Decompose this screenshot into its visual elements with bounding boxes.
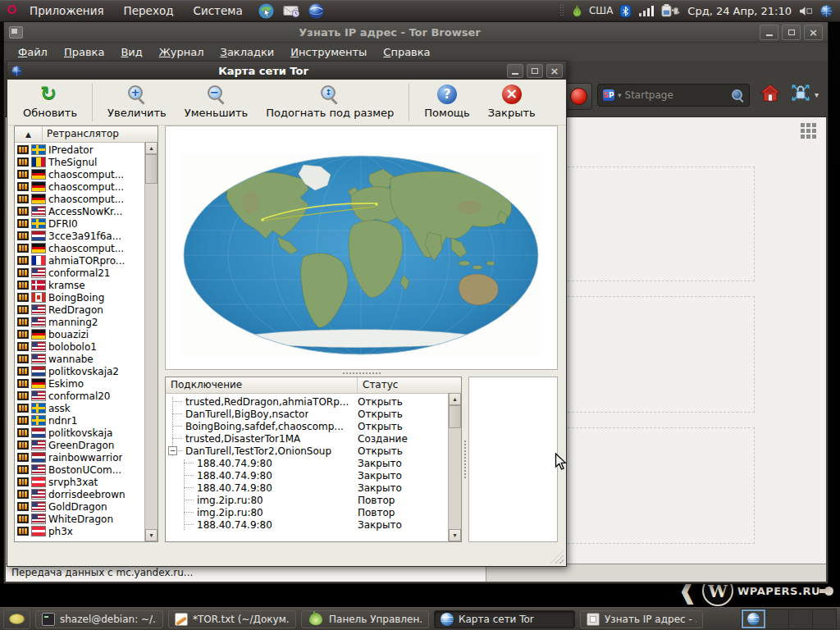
connection-row[interactable]: −DanTurell,TestTor2,OnionSoupОткрыть — [166, 445, 461, 457]
relay-row[interactable]: manning2 — [15, 316, 158, 328]
relay-column-header[interactable]: Ретранслятор — [43, 126, 158, 142]
relay-row[interactable]: politkovskaja — [15, 427, 158, 439]
browser-menu-item[interactable]: Файл — [11, 44, 55, 60]
relay-row[interactable]: Eskimo — [15, 377, 158, 390]
horizontal-splitter[interactable] — [165, 370, 558, 377]
connections-header[interactable]: Подключение Статус — [166, 377, 461, 394]
relay-row[interactable]: chaoscomput... — [15, 180, 158, 193]
relay-row[interactable]: DFRI0 — [15, 217, 158, 230]
relay-row[interactable]: wannabe — [15, 353, 158, 365]
debian-logo-icon[interactable] — [5, 3, 20, 18]
scroll-up-button[interactable] — [449, 393, 461, 405]
connections-scrollbar[interactable] — [448, 393, 461, 541]
bluetooth-icon[interactable] — [619, 4, 632, 18]
browser-launcher-icon[interactable] — [308, 2, 325, 20]
toolbar-button[interactable]: Уменьшить — [176, 84, 257, 121]
workspace-cell[interactable] — [789, 609, 813, 628]
relay-row[interactable]: TheSignul — [15, 156, 158, 168]
clock[interactable]: Срд, 24 Апр, 21:10 — [687, 5, 792, 17]
collapse-toggle-icon[interactable]: − — [168, 446, 177, 455]
browser-titlebar[interactable]: Узнать IP адрес - Tor Browser — [4, 22, 828, 43]
web-browser-launcher-icon[interactable] — [258, 2, 275, 20]
search-bar[interactable]: SP ▾ Startpage — [597, 84, 750, 107]
relay-row[interactable]: GreenDragon — [15, 439, 158, 451]
connection-row[interactable]: img.2ip.ru:80Повтор — [166, 494, 461, 506]
scroll-up-button[interactable] — [145, 142, 158, 154]
vertical-splitter[interactable] — [462, 377, 468, 542]
relay-row[interactable]: AccessNowKr... — [15, 205, 158, 217]
sort-ascending-icon[interactable] — [15, 126, 43, 142]
grid-icon[interactable] — [801, 123, 818, 140]
relay-row[interactable]: GoldDragon — [15, 500, 158, 513]
keyboard-layout-indicator[interactable]: США — [589, 5, 613, 16]
relay-row[interactable]: ph3x — [15, 525, 158, 537]
relay-row[interactable]: srvph3xat — [15, 476, 158, 488]
network-signal-icon[interactable] — [638, 4, 655, 17]
maximize-button[interactable] — [527, 64, 543, 78]
relay-row[interactable]: kramse — [15, 279, 158, 291]
task-button[interactable]: shazel@debian: ~/... — [35, 610, 163, 628]
status-column-header[interactable]: Статус — [357, 377, 461, 393]
volume-icon[interactable] — [798, 5, 813, 17]
show-desktop-button[interactable] — [3, 609, 30, 629]
relay-row[interactable]: BoingBoing — [15, 291, 158, 304]
workspace-cell[interactable] — [813, 609, 836, 628]
relay-row[interactable]: conformal21 — [15, 267, 158, 279]
panel-menu[interactable]: Переход — [114, 2, 184, 20]
tor-onion-tray-icon[interactable] — [572, 4, 582, 18]
toolbar-button[interactable]: Подогнать под размер — [257, 84, 403, 121]
resize-grip[interactable] — [550, 550, 564, 564]
connection-row[interactable]: 188.40.74.9:80Закрыто — [166, 457, 461, 469]
relay-scrollbar[interactable] — [144, 142, 158, 541]
workspace-cell[interactable] — [742, 609, 765, 628]
stop-button[interactable] — [565, 83, 592, 110]
relay-row[interactable]: rainbowwarrior — [15, 451, 158, 463]
relay-row[interactable]: RedDragon — [15, 304, 158, 316]
task-button[interactable]: Узнать IP адрес - ... — [580, 610, 703, 628]
chevron-down-icon[interactable]: ▾ — [618, 91, 622, 99]
relay-row[interactable]: IPredator — [15, 144, 158, 156]
browser-menu-item[interactable]: Журнал — [152, 44, 212, 60]
connection-row[interactable]: trusted,RedDragon,ahmiaTORp...Открыть — [166, 395, 461, 408]
connection-column-header[interactable]: Подключение — [166, 377, 357, 393]
minimize-button[interactable] — [760, 25, 778, 40]
task-button[interactable]: Карта сети Tor — [434, 610, 575, 628]
toolbar-button[interactable]: Закрыть — [479, 84, 545, 121]
task-button[interactable]: Панель Управлен... — [301, 610, 429, 628]
maximize-button[interactable] — [782, 25, 801, 40]
tor-settings-button[interactable] — [789, 82, 812, 103]
battery-icon[interactable] — [661, 3, 681, 18]
toolbar-button[interactable]: Помощь — [415, 84, 478, 121]
relay-row[interactable]: bolobolo1 — [15, 340, 158, 353]
browser-menu-item[interactable]: Вид — [113, 44, 149, 60]
browser-menu-item[interactable]: Закладки — [213, 44, 282, 60]
connection-row[interactable]: DanTurell,BigBoy,nsactorОткрыть — [166, 408, 461, 420]
panel-menu[interactable]: Приложения — [20, 2, 114, 20]
relay-row[interactable]: ndnr1 — [15, 414, 158, 427]
scroll-down-button[interactable] — [449, 529, 461, 541]
browser-menu-item[interactable]: Правка — [57, 44, 112, 60]
home-button[interactable] — [760, 83, 781, 103]
email-launcher-icon[interactable] — [282, 2, 300, 19]
connection-row[interactable]: 188.40.74.9:80Закрыто — [166, 482, 461, 494]
close-button[interactable] — [804, 25, 823, 40]
relay-row[interactable]: chaoscomput... — [15, 168, 158, 180]
relay-list-header[interactable]: Ретранслятор — [15, 126, 158, 143]
chevron-down-icon[interactable]: ▾ — [815, 90, 819, 99]
minimize-button[interactable] — [507, 64, 523, 78]
relay-row[interactable]: WhiteDragon — [15, 513, 158, 525]
search-input[interactable]: Startpage — [625, 89, 728, 101]
relay-row[interactable]: politkovskaja2 — [15, 365, 158, 377]
scrollbar-thumb[interactable] — [449, 405, 461, 428]
connection-row[interactable]: img.2ip.ru:80Повтор — [166, 506, 461, 518]
panel-drag-handle[interactable] — [559, 4, 565, 17]
connection-row[interactable]: BoingBoing,safdef,chaoscomp...Открыть — [166, 420, 461, 432]
task-button[interactable]: *TOR.txt (~/Докум... — [168, 610, 296, 628]
panel-menu[interactable]: Система — [184, 2, 253, 20]
relay-row[interactable]: chaoscomput... — [15, 242, 158, 254]
connection-row[interactable]: 188.40.74.9:80Закрыто — [166, 518, 461, 531]
toolbar-button[interactable]: Обновить — [14, 84, 86, 121]
relay-row[interactable]: 3cce3a91f6a... — [15, 230, 158, 242]
dialog-titlebar[interactable]: Карта сети Tor — [7, 62, 566, 80]
toolbar-button[interactable]: Увеличить — [98, 84, 176, 121]
